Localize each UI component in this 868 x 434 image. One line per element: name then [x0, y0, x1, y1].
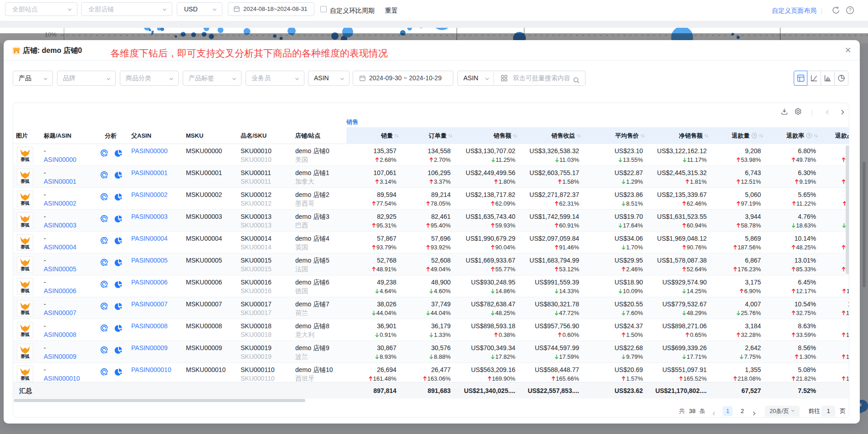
- svg-text:赛狐: 赛狐: [20, 244, 30, 249]
- svg-text:?: ?: [848, 7, 851, 13]
- svg-text:赛狐: 赛狐: [20, 288, 30, 293]
- svg-text:赛狐: 赛狐: [20, 201, 30, 206]
- svg-text:赛狐: 赛狐: [20, 266, 30, 271]
- svg-text:赛狐: 赛狐: [20, 376, 30, 381]
- svg-text:赛狐: 赛狐: [20, 354, 30, 359]
- svg-text:赛狐: 赛狐: [20, 157, 30, 162]
- svg-text:?: ?: [808, 134, 810, 138]
- svg-text:赛狐: 赛狐: [20, 332, 30, 337]
- svg-text:赛狐: 赛狐: [20, 179, 30, 184]
- svg-text:赛狐: 赛狐: [20, 310, 30, 315]
- svg-text:赛狐: 赛狐: [20, 222, 30, 227]
- svg-text:?: ?: [753, 134, 755, 138]
